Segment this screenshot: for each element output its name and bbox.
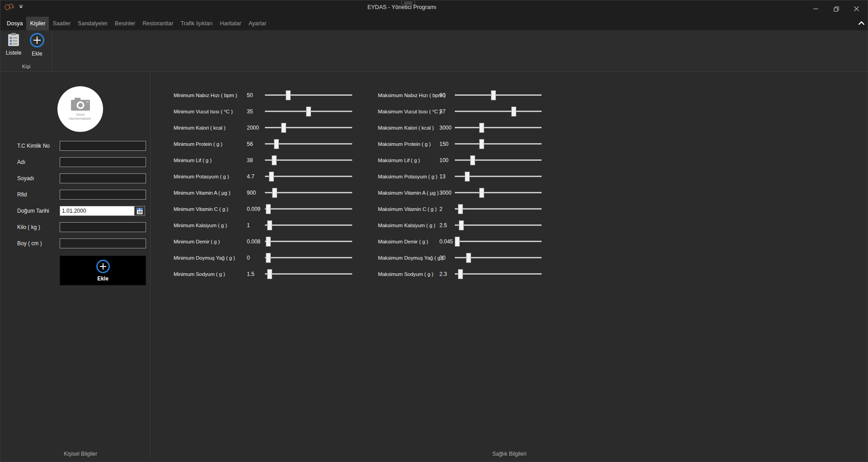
collapse-ribbon-icon[interactable]	[857, 20, 865, 26]
slider-thumb[interactable]	[266, 237, 271, 247]
slider-thumb[interactable]	[274, 139, 279, 149]
slider-track[interactable]	[265, 127, 352, 128]
slider-thumb[interactable]	[466, 253, 471, 263]
slider-thumb[interactable]	[465, 172, 470, 182]
listele-button[interactable]: Listele	[2, 33, 25, 56]
tab-restorantlar[interactable]: Restorantlar	[139, 17, 177, 30]
slider-minimum-vitamin-c-g[interactable]	[265, 204, 352, 214]
slider-minimum-sodyum-g[interactable]	[265, 269, 352, 279]
slider-value-maksimum-nabiz-hizi-bpm: 90	[439, 92, 455, 98]
slider-thumb[interactable]	[306, 107, 311, 117]
calendar-button[interactable]: 15	[134, 206, 145, 215]
slider-thumb[interactable]	[479, 123, 484, 133]
tab-dosya[interactable]: Dosya	[3, 17, 26, 30]
slider-label-minimum-vucut-isisi-c: Minimum Vucut Isısı ( °C )	[174, 109, 247, 114]
slider-thumb[interactable]	[272, 188, 277, 198]
slider-minimum-vitamin-a-g[interactable]	[265, 188, 352, 198]
slider-track[interactable]	[265, 94, 352, 96]
slider-track[interactable]	[455, 143, 542, 145]
slider-thumb[interactable]	[458, 269, 463, 279]
slider-maksimum-vitamin-a-g[interactable]	[455, 188, 542, 198]
restore-button[interactable]	[826, 3, 846, 15]
slider-maksimum-lif-g[interactable]	[455, 155, 542, 165]
slider-track[interactable]	[265, 159, 352, 161]
slider-track[interactable]	[455, 273, 542, 275]
slider-thumb[interactable]	[491, 90, 496, 100]
slider-track[interactable]	[455, 127, 542, 128]
tab-haritalar[interactable]: Haritalar	[216, 17, 245, 30]
slider-track[interactable]	[455, 111, 542, 112]
group-footer-saglik-bilgileri: Sağlık Bilgileri	[492, 451, 526, 457]
slider-maksimum-doymus-yag-g[interactable]	[455, 253, 542, 263]
slider-maksimum-kalsiyum-g[interactable]	[455, 220, 542, 230]
slider-track[interactable]	[455, 224, 542, 226]
ekle-ribbon-button[interactable]: Ekle	[26, 33, 48, 57]
slider-thumb[interactable]	[266, 253, 271, 263]
slider-track[interactable]	[265, 208, 352, 210]
slider-maksimum-vitamin-c-g[interactable]	[455, 204, 542, 214]
slider-track[interactable]	[265, 192, 352, 193]
slider-minimum-lif-g[interactable]	[265, 155, 352, 165]
minimize-button[interactable]	[806, 3, 826, 15]
input-kilo-kg[interactable]	[60, 222, 146, 232]
slider-thumb[interactable]	[458, 204, 463, 214]
ekle-submit-button[interactable]: Ekle	[60, 256, 146, 285]
input-t-c-kimlik-no[interactable]	[60, 141, 146, 151]
slider-thumb[interactable]	[267, 220, 272, 230]
slider-maksimum-demir-g[interactable]	[455, 237, 542, 247]
slider-maksimum-nabiz-hizi-bpm[interactable]	[455, 90, 542, 100]
slider-maksimum-protein-g[interactable]	[455, 139, 542, 149]
slider-thumb[interactable]	[470, 155, 475, 165]
slider-maksimum-vucut-isisi-c[interactable]	[455, 107, 542, 117]
slider-track[interactable]	[455, 241, 542, 242]
input-adi[interactable]	[60, 157, 146, 167]
slider-minimum-kalsiyum-g[interactable]	[265, 220, 352, 230]
slider-thumb[interactable]	[479, 188, 484, 198]
input-rfid[interactable]	[60, 190, 146, 200]
slider-track[interactable]	[455, 94, 542, 96]
input-soyadi[interactable]	[60, 173, 146, 183]
close-button[interactable]	[846, 3, 867, 15]
date-picker-dogum-tarihi[interactable]: 1.01.200015	[60, 206, 145, 216]
slider-thumb[interactable]	[511, 107, 516, 117]
tab-sandalyeler[interactable]: Sandalyeler	[74, 17, 111, 30]
slider-minimum-protein-g[interactable]	[265, 139, 352, 149]
slider-minimum-potasyum-g[interactable]	[265, 172, 352, 182]
tab-kisiler[interactable]: Kişiler	[26, 17, 49, 30]
slider-thumb[interactable]	[479, 139, 484, 149]
slider-track[interactable]	[265, 241, 352, 242]
slider-maksimum-kalori-kcal[interactable]	[455, 123, 542, 133]
slider-minimum-vucut-isisi-c[interactable]	[265, 107, 352, 117]
date-input[interactable]: 1.01.2000	[60, 206, 134, 215]
slider-thumb[interactable]	[286, 90, 291, 100]
window-title: EYDAS - Yönetici Programı	[0, 4, 803, 10]
slider-thumb[interactable]	[266, 204, 271, 214]
tab-ayarlar[interactable]: Ayarlar	[245, 17, 270, 30]
slider-minimum-kalori-kcal[interactable]	[265, 123, 352, 133]
slider-track[interactable]	[455, 192, 542, 193]
tab-besinler[interactable]: Besinler	[111, 17, 139, 30]
slider-maksimum-potasyum-g[interactable]	[455, 172, 542, 182]
slider-thumb[interactable]	[269, 172, 274, 182]
ekle-submit-button-label: Ekle	[97, 275, 108, 282]
slider-maksimum-sodyum-g[interactable]	[455, 269, 542, 279]
slider-track[interactable]	[455, 159, 542, 161]
slider-thumb[interactable]	[281, 123, 286, 133]
health-sliders-grid: Minimum Nabız Hızı ( bpm )50Maksimum Nab…	[174, 87, 542, 282]
slider-thumb[interactable]	[455, 237, 460, 247]
tab-trafik-isiklari[interactable]: Trafik Işıkları	[177, 17, 216, 30]
slider-minimum-demir-g[interactable]	[265, 237, 352, 247]
slider-minimum-nabiz-hizi-bpm[interactable]	[265, 90, 352, 100]
slider-track[interactable]	[265, 224, 352, 226]
slider-thumb[interactable]	[272, 155, 277, 165]
slider-thumb[interactable]	[459, 220, 464, 230]
input-boy-cm[interactable]	[60, 238, 146, 248]
photo-placeholder[interactable]: Görsel Hazırlanmaktadır.	[57, 86, 103, 132]
slider-track[interactable]	[455, 208, 542, 210]
slider-thumb[interactable]	[267, 269, 272, 279]
slider-minimum-doymus-yag-g[interactable]	[265, 253, 352, 263]
slider-track[interactable]	[265, 273, 352, 275]
slider-track[interactable]	[265, 257, 352, 258]
tab-saatler[interactable]: Saatler	[49, 17, 74, 30]
slider-track[interactable]	[265, 176, 352, 177]
